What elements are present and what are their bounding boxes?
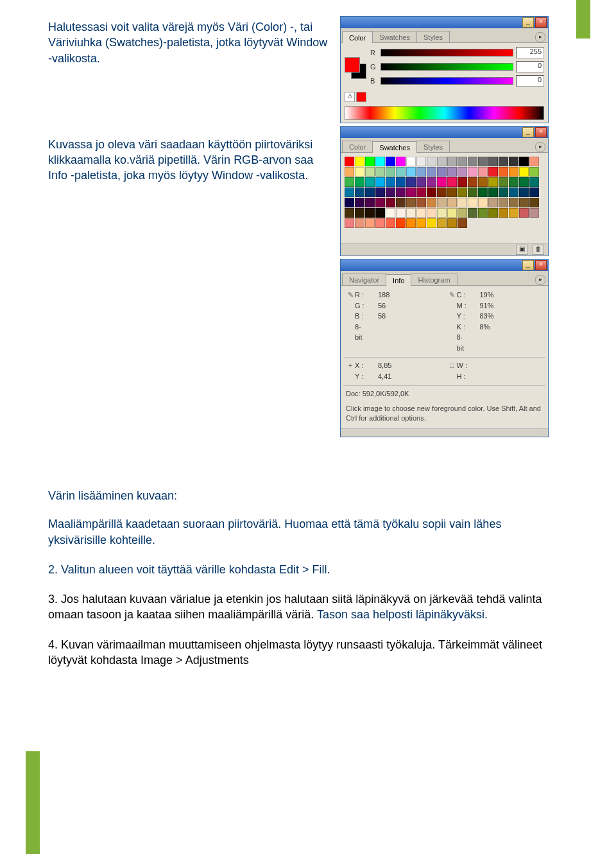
swatch[interactable] <box>375 177 385 187</box>
swatch[interactable] <box>396 177 406 187</box>
swatch[interactable] <box>386 198 395 207</box>
swatch[interactable] <box>365 218 375 228</box>
swatch[interactable] <box>416 167 426 177</box>
swatch[interactable] <box>458 177 467 187</box>
minimize-button[interactable]: _ <box>522 260 534 270</box>
swatch[interactable] <box>447 218 457 228</box>
tab-histogram[interactable]: Histogram <box>411 274 457 285</box>
swatch[interactable] <box>447 157 457 166</box>
panel-menu-icon[interactable]: ▸ <box>535 142 545 152</box>
new-swatch-button[interactable]: ▣ <box>516 245 527 255</box>
delete-swatch-button[interactable]: 🗑 <box>533 245 544 255</box>
swatch[interactable] <box>355 208 364 218</box>
swatch[interactable] <box>499 198 508 207</box>
swatch[interactable] <box>345 157 354 166</box>
swatch[interactable] <box>406 167 416 177</box>
close-button[interactable]: × <box>535 17 547 28</box>
swatch[interactable] <box>365 167 375 177</box>
swatch[interactable] <box>488 157 498 166</box>
swatch[interactable] <box>396 208 406 218</box>
swatch[interactable] <box>386 187 395 197</box>
color-spectrum-bar[interactable] <box>345 106 544 120</box>
close-button[interactable]: × <box>535 260 547 270</box>
swatch[interactable] <box>416 208 426 218</box>
swatch[interactable] <box>529 177 539 187</box>
swatch[interactable] <box>488 167 498 177</box>
swatch[interactable] <box>345 198 354 207</box>
swatch[interactable] <box>406 198 416 207</box>
swatch[interactable] <box>406 208 416 218</box>
swatch[interactable] <box>509 187 518 197</box>
swatch[interactable] <box>437 198 447 207</box>
swatch[interactable] <box>437 167 447 177</box>
swatch[interactable] <box>509 177 518 187</box>
swatch[interactable] <box>416 187 426 197</box>
swatch[interactable] <box>345 177 354 187</box>
swatch[interactable] <box>355 218 364 228</box>
swatch[interactable] <box>478 167 488 177</box>
swatch[interactable] <box>386 218 395 228</box>
swatch[interactable] <box>499 177 508 187</box>
swatch[interactable] <box>406 157 416 166</box>
swatch[interactable] <box>416 218 426 228</box>
slider-r[interactable] <box>381 49 513 57</box>
swatch[interactable] <box>355 177 364 187</box>
swatch[interactable] <box>488 187 498 197</box>
swatch[interactable] <box>427 198 436 207</box>
swatch[interactable] <box>468 198 477 207</box>
swatch[interactable] <box>488 198 498 207</box>
swatch[interactable] <box>427 167 436 177</box>
swatch[interactable] <box>447 177 457 187</box>
swatch[interactable] <box>437 157 447 166</box>
swatch[interactable] <box>519 187 529 197</box>
swatch[interactable] <box>416 177 426 187</box>
minimize-button[interactable]: _ <box>522 17 534 28</box>
swatch[interactable] <box>468 167 477 177</box>
swatch[interactable] <box>478 177 488 187</box>
swatch[interactable] <box>478 198 488 207</box>
swatch[interactable] <box>386 157 395 166</box>
swatch[interactable] <box>365 157 375 166</box>
tab-navigator[interactable]: Navigator <box>342 274 386 285</box>
swatch[interactable] <box>447 208 457 218</box>
swatch[interactable] <box>345 187 354 197</box>
swatch[interactable] <box>365 198 375 207</box>
panel-menu-icon[interactable]: ▸ <box>535 32 545 42</box>
swatch[interactable] <box>365 187 375 197</box>
swatch[interactable] <box>447 187 457 197</box>
swatch[interactable] <box>437 208 447 218</box>
swatch[interactable] <box>468 187 477 197</box>
tab-styles[interactable]: Styles <box>416 141 450 152</box>
swatch[interactable] <box>406 218 416 228</box>
swatch[interactable] <box>478 187 488 197</box>
swatch[interactable] <box>386 208 395 218</box>
swatch[interactable] <box>345 167 354 177</box>
swatch[interactable] <box>437 177 447 187</box>
swatch[interactable] <box>458 208 467 218</box>
swatch[interactable] <box>355 187 364 197</box>
swatch[interactable] <box>386 167 395 177</box>
swatch[interactable] <box>365 177 375 187</box>
slider-b[interactable] <box>381 77 513 85</box>
swatch[interactable] <box>529 198 539 207</box>
minimize-button[interactable]: _ <box>522 127 534 137</box>
swatch[interactable] <box>509 208 518 218</box>
value-r[interactable]: 255 <box>516 47 544 58</box>
swatch[interactable] <box>529 208 539 218</box>
swatch[interactable] <box>468 177 477 187</box>
swatch[interactable] <box>499 157 508 166</box>
tab-color[interactable]: Color <box>342 31 373 43</box>
swatch[interactable] <box>509 198 518 207</box>
swatch[interactable] <box>437 218 447 228</box>
swatch[interactable] <box>529 157 539 166</box>
swatch[interactable] <box>355 198 364 207</box>
swatch[interactable] <box>519 167 529 177</box>
swatch[interactable] <box>406 187 416 197</box>
tab-swatches[interactable]: Swatches <box>372 31 417 42</box>
swatch[interactable] <box>519 198 529 207</box>
tab-info[interactable]: Info <box>386 274 411 286</box>
value-g[interactable]: 0 <box>516 61 544 73</box>
swatch[interactable] <box>447 198 457 207</box>
swatch[interactable] <box>396 218 406 228</box>
swatch[interactable] <box>386 177 395 187</box>
